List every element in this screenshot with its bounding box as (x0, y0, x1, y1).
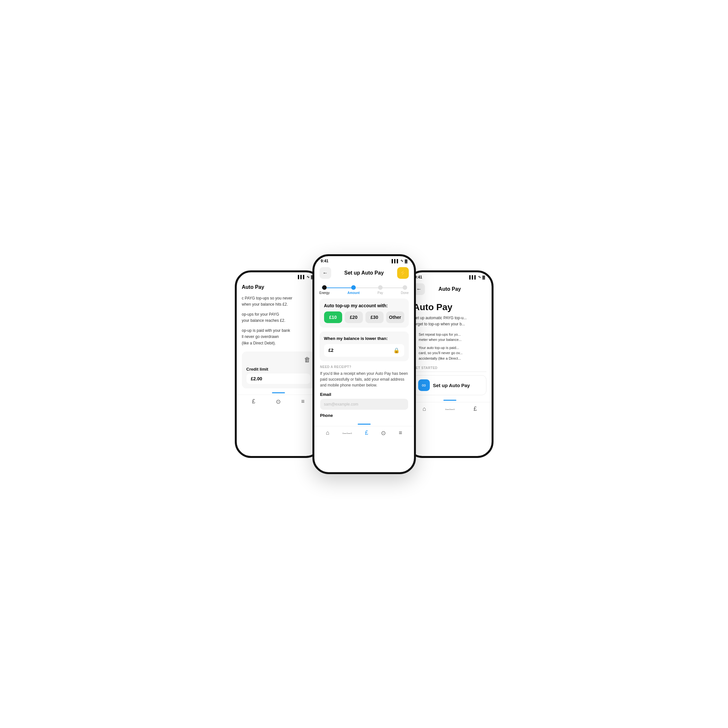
trash-icon[interactable]: 🗑 (304, 356, 310, 364)
home-icon-center: ⌂ (326, 430, 329, 436)
nav-payments-right[interactable]: £ (474, 405, 477, 412)
signal-icon-right: ▌▌▌ (469, 275, 477, 279)
nav-payments-center[interactable]: £ (365, 430, 368, 436)
status-bar-right: 9:41 ▌▌▌ ∿ ▓ (408, 272, 492, 281)
main-content-center: Auto top-up my account with: £10 £20 £30… (314, 295, 414, 424)
check-text-1: Set repeat top-ups for yo...meter when y… (419, 332, 462, 343)
topup-card: Auto top-up my account with: £10 £20 £30… (320, 298, 409, 327)
lock-icon: 🔒 (393, 347, 400, 353)
bottom-tab-indicator-right (444, 400, 456, 401)
left-content: Auto Pay c PAYG top-ups so you neverwhen… (237, 280, 320, 392)
wifi-icon-center: ∿ (401, 259, 403, 263)
lightning-icon: ⚡ (399, 269, 407, 277)
payments-icon-left: £ (252, 398, 255, 405)
menu-icon-center: ≡ (399, 430, 402, 436)
phone-right: 9:41 ▌▌▌ ∿ ▓ ← Auto Pay Auto Pay Set up … (406, 271, 494, 458)
left-body-2: op-ups for your PAYGyour balance reaches… (242, 312, 315, 324)
battery-icon-center: ▓ (405, 259, 407, 263)
email-input[interactable]: sam@example.com (320, 399, 408, 410)
payments-icon-center: £ (365, 430, 368, 436)
left-body-1: c PAYG top-ups so you neverwhen your bal… (242, 295, 315, 307)
status-bar-left: ▌▌▌ ∿ ▓ (237, 272, 320, 280)
page-title-right: Auto Pay (439, 286, 461, 292)
progress-steps: Energy Amount Pay Done (320, 285, 409, 295)
autopay-desc: Set up automatic PAYG top-u...forget to … (413, 315, 486, 327)
setup-autopay-btn[interactable]: ∞ Set up Auto Pay (413, 375, 486, 395)
help-icon-center: ⊙ (381, 430, 386, 437)
phone-left: ▌▌▌ ∿ ▓ Auto Pay c PAYG top-ups so you n… (235, 271, 322, 458)
amount-btn-20[interactable]: £20 (345, 312, 363, 323)
right-content: Auto Pay Set up automatic PAYG top-u...f… (408, 298, 492, 400)
step-done: Done (401, 285, 409, 295)
signal-icon-center: ▌▌▌ (392, 259, 399, 263)
step-dot-energy (322, 285, 327, 290)
back-arrow-center: ← (323, 270, 328, 276)
activity-icon-center: ◦–◦–◦ (342, 430, 352, 436)
step-label-energy: Energy (320, 291, 330, 295)
nav-bar-right: ← Auto Pay (408, 281, 492, 298)
back-button-center[interactable]: ← (320, 267, 331, 279)
left-header-title: Auto Pay (242, 284, 315, 290)
get-started-label: GET STARTED (413, 366, 486, 370)
nav-activity-right[interactable]: ◦–◦–◦ (445, 407, 455, 412)
balance-card: When my balance is lower than: £2 🔒 (320, 332, 409, 361)
signal-icon-left: ▌▌▌ (298, 275, 305, 279)
back-arrow-right: ← (416, 286, 422, 292)
check-text-2: Your auto top-up is paid...card, so you'… (419, 345, 463, 361)
nav-payments-left[interactable]: £ (252, 398, 255, 405)
balance-value: £2 (329, 348, 334, 353)
receipt-header: NEED A RECEIPT? (320, 365, 408, 369)
help-icon-left: ⊙ (276, 398, 281, 405)
check-item-1: ✓ Set repeat top-ups for yo...meter when… (413, 332, 486, 343)
infinity-icon: ∞ (418, 379, 430, 391)
bottom-nav-right: ⌂ ◦–◦–◦ £ (408, 402, 492, 417)
balance-label: When my balance is lower than: (324, 336, 404, 341)
status-time-center: 9:41 (321, 259, 329, 263)
phone-label: Phone (320, 413, 408, 418)
bottom-nav-center: ⌂ ◦–◦–◦ £ ⊙ ≡ (314, 426, 414, 441)
wifi-icon-right: ∿ (478, 275, 481, 279)
lightning-button[interactable]: ⚡ (397, 267, 409, 279)
phone-center: 9:41 ▌▌▌ ∿ ▓ ← Set up Auto Pay ⚡ (312, 254, 416, 474)
step-pay: Pay (378, 285, 383, 295)
check-item-2: ✓ Your auto top-up is paid...card, so yo… (413, 345, 486, 361)
balance-input: £2 🔒 (324, 344, 404, 357)
step-amount: Amount (347, 285, 359, 295)
home-icon-right: ⌂ (423, 405, 426, 412)
amount-btn-10[interactable]: £10 (324, 312, 342, 323)
battery-icon-right: ▓ (482, 275, 485, 279)
check-list: ✓ Set repeat top-ups for yo...meter when… (413, 332, 486, 361)
step-dot-pay (378, 285, 382, 290)
nav-home-right[interactable]: ⌂ (423, 405, 426, 412)
receipt-section: NEED A RECEIPT? If you'd like a receipt … (320, 365, 409, 418)
menu-icon-left: ≡ (301, 398, 305, 405)
wifi-icon-left: ∿ (307, 275, 309, 279)
amount-options: £10 £20 £30 Other (324, 312, 404, 323)
payments-icon-right: £ (474, 405, 477, 412)
activity-icon-right: ◦–◦–◦ (445, 407, 455, 412)
topup-card-title: Auto top-up my account with: (324, 303, 404, 308)
bottom-tab-indicator-left (272, 392, 285, 393)
step-dot-amount (351, 285, 356, 290)
left-body-3: op-up is paid with your bankll never go … (242, 327, 315, 346)
nav-menu-center[interactable]: ≡ (399, 430, 402, 436)
credit-card: 🗑 Credit limit £2.00 (242, 352, 315, 388)
amount-btn-30[interactable]: £30 (366, 312, 384, 323)
scene: ▌▌▌ ∿ ▓ Auto Pay c PAYG top-ups so you n… (186, 254, 542, 474)
step-label-done: Done (401, 291, 409, 295)
receipt-desc: If you'd like a receipt when your Auto P… (320, 371, 408, 388)
nav-help-left[interactable]: ⊙ (276, 398, 281, 405)
step-label-amount: Amount (347, 291, 359, 295)
autopay-title: Auto Pay (413, 302, 486, 312)
step-dot-done (403, 285, 407, 290)
nav-help-center[interactable]: ⊙ (381, 430, 386, 437)
nav-menu-left[interactable]: ≡ (301, 398, 305, 405)
nav-activity-center[interactable]: ◦–◦–◦ (342, 430, 352, 436)
step-label-pay: Pay (378, 291, 383, 295)
nav-home-center[interactable]: ⌂ (326, 430, 329, 436)
setup-btn-label: Set up Auto Pay (433, 382, 470, 388)
email-placeholder: sam@example.com (324, 402, 358, 407)
bottom-nav-left: £ ⊙ ≡ (237, 395, 320, 410)
divider (413, 372, 486, 372)
amount-btn-other[interactable]: Other (386, 312, 404, 323)
